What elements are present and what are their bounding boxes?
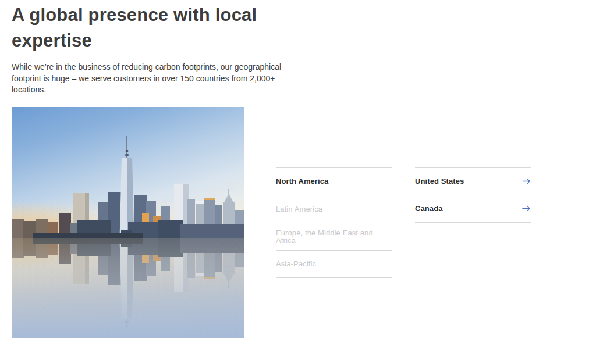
region-label: Asia-Pacific: [276, 260, 316, 267]
region-label: North America: [276, 177, 328, 185]
region-item-europe-middle-east-africa[interactable]: Europe, the Middle East and Africa: [276, 223, 392, 251]
city-skyline-graphic: [12, 134, 244, 238]
region-label: Latin America: [276, 205, 322, 213]
page-title: A global presence with local expertise: [12, 2, 306, 53]
skyline-photo: [12, 107, 244, 338]
country-label: Canada: [415, 205, 443, 212]
skyline-reflection: [12, 238, 244, 338]
region-item-north-america[interactable]: North America: [276, 167, 392, 195]
right-arrow-icon: [522, 178, 531, 184]
region-label: Europe, the Middle East and Africa: [276, 229, 392, 244]
right-arrow-icon: [522, 205, 531, 212]
region-list: North America Latin America Europe, the …: [276, 167, 392, 278]
intro-text: While we’re in the business of reducing …: [12, 62, 298, 96]
country-link-canada[interactable]: Canada: [415, 195, 531, 223]
region-item-latin-america[interactable]: Latin America: [276, 195, 392, 223]
country-list: United States Canada: [415, 167, 531, 223]
region-item-asia-pacific[interactable]: Asia-Pacific: [276, 250, 392, 278]
city-skyline-graphic: [12, 238, 244, 338]
country-link-united-states[interactable]: United States: [415, 167, 531, 195]
country-label: United States: [415, 177, 464, 185]
